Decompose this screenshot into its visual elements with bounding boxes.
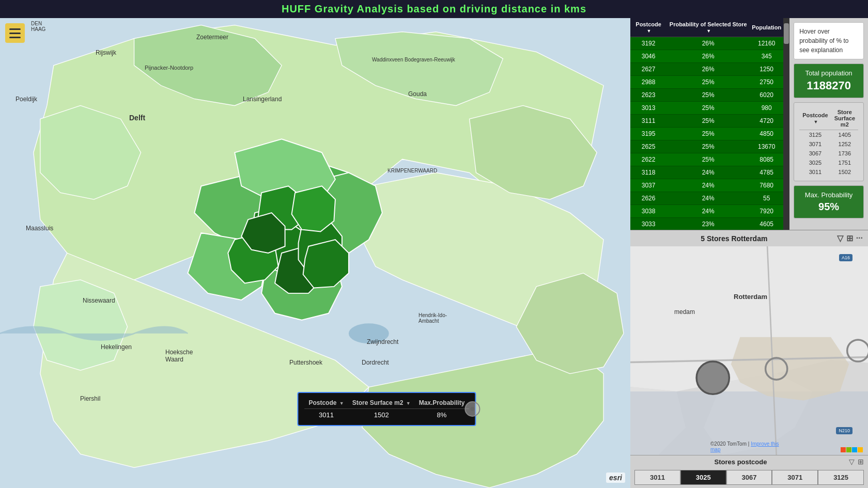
ps-surface: 1736 — [831, 149, 858, 158]
ps-table-row: 3125 1405 — [799, 130, 858, 140]
ps-postcode: 3125 — [799, 130, 831, 140]
right-panel: Postcode ▼ Probability of Selected Store… — [630, 18, 868, 488]
cell-postcode: 3192 — [630, 37, 667, 50]
table-scrollbar[interactable] — [783, 18, 789, 230]
cell-population: 1250 — [750, 63, 783, 76]
cell-population: 4850 — [750, 128, 783, 140]
rotterdam-label: Rotterdam — [734, 293, 767, 301]
ps-surface: 1751 — [831, 158, 858, 167]
cursor-dot — [470, 407, 474, 411]
cell-population: 4605 — [750, 218, 783, 230]
col-postcode: Postcode ▼ — [630, 18, 667, 37]
page-header: HUFF Gravity Analysis based on driving d… — [0, 0, 868, 18]
medam-label: medam — [674, 308, 695, 316]
table-row: 2626 24% 55 — [630, 192, 783, 205]
table-row: 2627 26% 1250 — [630, 63, 783, 76]
max-prob-value: 95% — [799, 201, 858, 213]
cell-postcode: 2626 — [630, 192, 667, 205]
cell-probability: 24% — [667, 166, 750, 179]
map-container[interactable]: Rijswijk Zoetermeer Pijnacker-Nootdorp W… — [0, 18, 630, 488]
cell-probability: 25% — [667, 153, 750, 166]
postcode-grid-icon[interactable]: ⊞ — [858, 458, 864, 466]
cell-postcode: 2623 — [630, 89, 667, 102]
cell-probability: 25% — [667, 128, 750, 140]
cell-probability: 24% — [667, 205, 750, 218]
cell-population: 12160 — [750, 37, 783, 50]
cell-postcode: 3195 — [630, 128, 667, 140]
cell-probability: 23% — [667, 218, 750, 230]
ps-col-postcode: Postcode ▼ — [799, 107, 831, 130]
bottom-map-header: 5 Stores Rotterdam ▽ ⊞ ··· — [630, 230, 868, 246]
cell-postcode: 2627 — [630, 63, 667, 76]
grid-icon[interactable]: ⊞ — [846, 233, 853, 243]
cell-population: 6020 — [750, 89, 783, 102]
tomtom-logo: ©2020 TomTom | Improve this map — [710, 441, 788, 452]
bottom-map-svg — [630, 246, 868, 455]
hover-explanation-card: Hover over probability of % to see expla… — [794, 22, 864, 59]
cell-probability: 24% — [667, 179, 750, 192]
more-icon[interactable]: ··· — [856, 233, 863, 243]
total-population-card: Total population 1188270 — [794, 64, 864, 98]
svg-point-26 — [349, 323, 389, 343]
cell-population: 7920 — [750, 205, 783, 218]
postcode-btn-3067[interactable]: 3067 — [726, 470, 772, 485]
main-layout: Rijswijk Zoetermeer Pijnacker-Nootdorp W… — [0, 18, 868, 488]
bottom-map-header-icons: ▽ ⊞ ··· — [837, 233, 863, 243]
cell-population: 4785 — [750, 166, 783, 179]
ps-postcode: 3071 — [799, 139, 831, 149]
table-body: 3192 26% 12160 3046 26% 345 2627 26% 125… — [630, 37, 783, 230]
cell-probability: 25% — [667, 89, 750, 102]
ms-blue — [852, 447, 857, 452]
cell-probability: 26% — [667, 50, 750, 63]
cell-probability: 26% — [667, 63, 750, 76]
cell-postcode: 3118 — [630, 166, 667, 179]
table-row: 2625 25% 13670 — [630, 140, 783, 153]
hamburger-line — [9, 28, 21, 30]
table-row: 3118 24% 4785 — [630, 166, 783, 179]
cell-postcode: 3013 — [630, 102, 667, 115]
menu-button[interactable] — [5, 23, 25, 43]
postcode-btn-3025[interactable]: 3025 — [680, 470, 726, 485]
scrollbar-thumb[interactable] — [784, 23, 789, 44]
cell-postcode: 2988 — [630, 76, 667, 89]
cell-probability: 25% — [667, 102, 750, 115]
postcode-btn-3125[interactable]: 3125 — [818, 470, 864, 485]
ps-col-surface: Store Surface m2 — [831, 107, 858, 130]
cell-population: 4720 — [750, 115, 783, 128]
hover-card-text: Hover over probability of % to see expla… — [799, 28, 848, 54]
tooltip-row: 3011 1502 8% — [304, 409, 469, 421]
filter-icon[interactable]: ▽ — [837, 233, 843, 243]
ps-postcode: 3011 — [799, 167, 831, 177]
ps-table-row: 3011 1502 — [799, 167, 858, 177]
improve-map-link[interactable]: Improve this map — [710, 441, 779, 452]
cell-postcode: 3038 — [630, 205, 667, 218]
bottom-map-section: 5 Stores Rotterdam ▽ ⊞ ··· — [630, 230, 868, 488]
cell-probability: 25% — [667, 76, 750, 89]
cell-probability: 24% — [667, 192, 750, 205]
ps-table-row: 3025 1751 — [799, 158, 858, 167]
tooltip-header-surface: Store Surface m2 ▼ — [348, 397, 415, 409]
table-row: 3033 23% 4605 — [630, 218, 783, 230]
tooltip-probability: 8% — [415, 409, 469, 421]
postcode-btn-3011[interactable]: 3011 — [634, 470, 680, 485]
postcode-store-card: Postcode ▼ Store Surface m2 3125 1405 30… — [794, 102, 864, 181]
map-tooltip: Postcode ▼ Store Surface m2 ▼ Max.Probab… — [297, 392, 476, 426]
postcode-bar-title: Stores postcode — [634, 458, 847, 466]
info-cards-section: Hover over probability of % to see expla… — [789, 18, 868, 230]
postcode-btn-3071[interactable]: 3071 — [772, 470, 818, 485]
ms-yellow — [858, 447, 863, 452]
svg-point-35 — [696, 361, 729, 394]
table-row: 3195 25% 4850 — [630, 128, 783, 140]
table-row: 3046 26% 345 — [630, 50, 783, 63]
total-pop-title: Total population — [799, 69, 858, 77]
data-table-section[interactable]: Postcode ▼ Probability of Selected Store… — [630, 18, 783, 230]
svg-marker-18 — [292, 186, 335, 231]
max-prob-title: Max. Probability — [799, 191, 858, 199]
cell-population: 2750 — [750, 76, 783, 89]
cursor-indicator — [464, 401, 480, 417]
cell-population: 55 — [750, 192, 783, 205]
ps-postcode: 3067 — [799, 149, 831, 158]
postcode-filter-icon[interactable]: ▽ — [849, 458, 855, 466]
bottom-map-view[interactable]: ©2020 TomTom | Improve this map A16 N210… — [630, 246, 868, 455]
postcode-bar: Stores postcode ▽ ⊞ — [630, 455, 868, 468]
